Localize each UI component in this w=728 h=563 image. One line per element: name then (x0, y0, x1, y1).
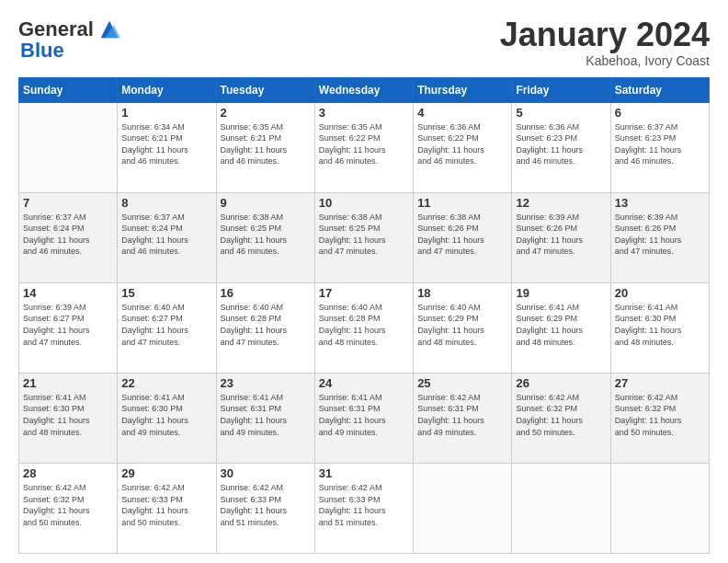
day-info: Sunrise: 6:35 AMSunset: 6:21 PMDaylight:… (221, 121, 311, 167)
weekday-header-saturday: Saturday (610, 77, 709, 102)
day-info: Sunrise: 6:38 AMSunset: 6:26 PMDaylight:… (417, 212, 507, 258)
calendar-cell: 25Sunrise: 6:42 AMSunset: 6:31 PMDayligh… (414, 373, 512, 463)
calendar-cell: 27Sunrise: 6:42 AMSunset: 6:32 PMDayligh… (610, 373, 709, 463)
title-section: January 2024 Kabehoa, Ivory Coast (500, 17, 710, 68)
day-number: 14 (23, 286, 113, 300)
day-info: Sunrise: 6:41 AMSunset: 6:30 PMDaylight:… (615, 302, 705, 348)
page: General Blue January 2024 Kabehoa, Ivory… (0, 0, 728, 563)
calendar-cell: 4Sunrise: 6:36 AMSunset: 6:22 PMDaylight… (414, 102, 512, 192)
day-info: Sunrise: 6:41 AMSunset: 6:30 PMDaylight:… (121, 392, 211, 438)
day-info: Sunrise: 6:42 AMSunset: 6:32 PMDaylight:… (516, 392, 606, 438)
day-info: Sunrise: 6:42 AMSunset: 6:33 PMDaylight:… (121, 482, 211, 528)
day-number: 18 (417, 286, 507, 300)
day-number: 13 (615, 196, 705, 210)
calendar-cell: 9Sunrise: 6:38 AMSunset: 6:25 PMDaylight… (216, 192, 314, 282)
day-number: 26 (516, 376, 606, 390)
day-number: 2 (221, 106, 311, 120)
day-number: 4 (417, 106, 507, 120)
calendar-cell: 19Sunrise: 6:41 AMSunset: 6:29 PMDayligh… (512, 282, 610, 373)
calendar-cell: 20Sunrise: 6:41 AMSunset: 6:30 PMDayligh… (610, 282, 709, 373)
calendar-cell (414, 463, 512, 553)
calendar-cell: 8Sunrise: 6:37 AMSunset: 6:24 PMDaylight… (118, 192, 216, 282)
day-info: Sunrise: 6:42 AMSunset: 6:31 PMDaylight:… (417, 392, 507, 438)
weekday-header-tuesday: Tuesday (216, 77, 314, 102)
day-number: 7 (23, 196, 113, 210)
day-number: 27 (615, 376, 705, 390)
calendar-cell: 18Sunrise: 6:40 AMSunset: 6:29 PMDayligh… (414, 282, 512, 373)
day-number: 29 (121, 466, 211, 480)
weekday-header-row: SundayMondayTuesdayWednesdayThursdayFrid… (19, 77, 710, 102)
day-info: Sunrise: 6:39 AMSunset: 6:26 PMDaylight:… (516, 212, 606, 258)
calendar-cell: 22Sunrise: 6:41 AMSunset: 6:30 PMDayligh… (118, 373, 216, 463)
day-info: Sunrise: 6:34 AMSunset: 6:21 PMDaylight:… (121, 121, 211, 167)
calendar-cell: 7Sunrise: 6:37 AMSunset: 6:24 PMDaylight… (19, 192, 118, 282)
day-number: 11 (417, 196, 507, 210)
day-info: Sunrise: 6:36 AMSunset: 6:23 PMDaylight:… (516, 121, 606, 167)
calendar-cell: 17Sunrise: 6:40 AMSunset: 6:28 PMDayligh… (314, 282, 413, 373)
day-number: 3 (319, 106, 409, 120)
day-info: Sunrise: 6:41 AMSunset: 6:31 PMDaylight:… (221, 392, 311, 438)
calendar-cell (512, 463, 610, 553)
calendar-cell: 26Sunrise: 6:42 AMSunset: 6:32 PMDayligh… (512, 373, 610, 463)
calendar-cell (19, 102, 118, 192)
calendar-cell: 24Sunrise: 6:41 AMSunset: 6:31 PMDayligh… (314, 373, 413, 463)
calendar-week-row: 1Sunrise: 6:34 AMSunset: 6:21 PMDaylight… (19, 102, 710, 192)
day-info: Sunrise: 6:42 AMSunset: 6:32 PMDaylight:… (615, 392, 705, 438)
day-number: 24 (319, 376, 409, 390)
calendar-cell: 21Sunrise: 6:41 AMSunset: 6:30 PMDayligh… (19, 373, 118, 463)
calendar-cell: 23Sunrise: 6:41 AMSunset: 6:31 PMDayligh… (216, 373, 314, 463)
weekday-header-thursday: Thursday (414, 77, 512, 102)
weekday-header-friday: Friday (512, 77, 610, 102)
day-number: 9 (221, 196, 311, 210)
day-number: 23 (221, 376, 311, 390)
day-info: Sunrise: 6:38 AMSunset: 6:25 PMDaylight:… (221, 212, 311, 258)
logo-icon (97, 17, 122, 42)
calendar-cell: 1Sunrise: 6:34 AMSunset: 6:21 PMDaylight… (118, 102, 216, 192)
day-number: 19 (516, 286, 606, 300)
day-info: Sunrise: 6:36 AMSunset: 6:22 PMDaylight:… (417, 121, 507, 167)
calendar-cell: 13Sunrise: 6:39 AMSunset: 6:26 PMDayligh… (610, 192, 709, 282)
calendar-cell: 10Sunrise: 6:38 AMSunset: 6:25 PMDayligh… (314, 192, 413, 282)
day-info: Sunrise: 6:37 AMSunset: 6:24 PMDaylight:… (23, 212, 113, 258)
day-number: 21 (23, 376, 113, 390)
calendar-week-row: 21Sunrise: 6:41 AMSunset: 6:30 PMDayligh… (19, 373, 710, 463)
calendar-cell: 2Sunrise: 6:35 AMSunset: 6:21 PMDaylight… (216, 102, 314, 192)
day-number: 17 (319, 286, 409, 300)
day-info: Sunrise: 6:39 AMSunset: 6:26 PMDaylight:… (615, 212, 705, 258)
calendar-cell: 28Sunrise: 6:42 AMSunset: 6:32 PMDayligh… (19, 463, 118, 553)
calendar-cell (610, 463, 709, 553)
day-number: 30 (221, 466, 311, 480)
day-info: Sunrise: 6:40 AMSunset: 6:27 PMDaylight:… (121, 302, 211, 348)
day-info: Sunrise: 6:41 AMSunset: 6:31 PMDaylight:… (319, 392, 409, 438)
month-title: January 2024 (500, 17, 710, 53)
calendar-cell: 3Sunrise: 6:35 AMSunset: 6:22 PMDaylight… (314, 102, 413, 192)
day-number: 31 (319, 466, 409, 480)
day-number: 12 (516, 196, 606, 210)
logo-blue-text: Blue (20, 39, 64, 63)
calendar-cell: 6Sunrise: 6:37 AMSunset: 6:23 PMDaylight… (610, 102, 709, 192)
calendar-cell: 12Sunrise: 6:39 AMSunset: 6:26 PMDayligh… (512, 192, 610, 282)
logo: General Blue (18, 17, 122, 63)
calendar-table: SundayMondayTuesdayWednesdayThursdayFrid… (18, 77, 710, 554)
day-number: 6 (615, 106, 705, 120)
calendar-cell: 31Sunrise: 6:42 AMSunset: 6:33 PMDayligh… (314, 463, 413, 553)
day-number: 8 (121, 196, 211, 210)
day-info: Sunrise: 6:39 AMSunset: 6:27 PMDaylight:… (23, 302, 113, 348)
day-number: 1 (121, 106, 211, 120)
calendar-week-row: 28Sunrise: 6:42 AMSunset: 6:32 PMDayligh… (19, 463, 710, 553)
day-number: 5 (516, 106, 606, 120)
day-number: 25 (417, 376, 507, 390)
day-info: Sunrise: 6:42 AMSunset: 6:33 PMDaylight:… (319, 482, 409, 528)
location-subtitle: Kabehoa, Ivory Coast (500, 53, 710, 68)
day-info: Sunrise: 6:42 AMSunset: 6:32 PMDaylight:… (23, 482, 113, 528)
day-info: Sunrise: 6:37 AMSunset: 6:24 PMDaylight:… (121, 212, 211, 258)
day-info: Sunrise: 6:40 AMSunset: 6:29 PMDaylight:… (417, 302, 507, 348)
day-number: 22 (121, 376, 211, 390)
calendar-cell: 29Sunrise: 6:42 AMSunset: 6:33 PMDayligh… (118, 463, 216, 553)
day-number: 28 (23, 466, 113, 480)
day-number: 10 (319, 196, 409, 210)
day-info: Sunrise: 6:38 AMSunset: 6:25 PMDaylight:… (319, 212, 409, 258)
calendar-cell: 16Sunrise: 6:40 AMSunset: 6:28 PMDayligh… (216, 282, 314, 373)
calendar-cell: 14Sunrise: 6:39 AMSunset: 6:27 PMDayligh… (19, 282, 118, 373)
weekday-header-wednesday: Wednesday (314, 77, 413, 102)
